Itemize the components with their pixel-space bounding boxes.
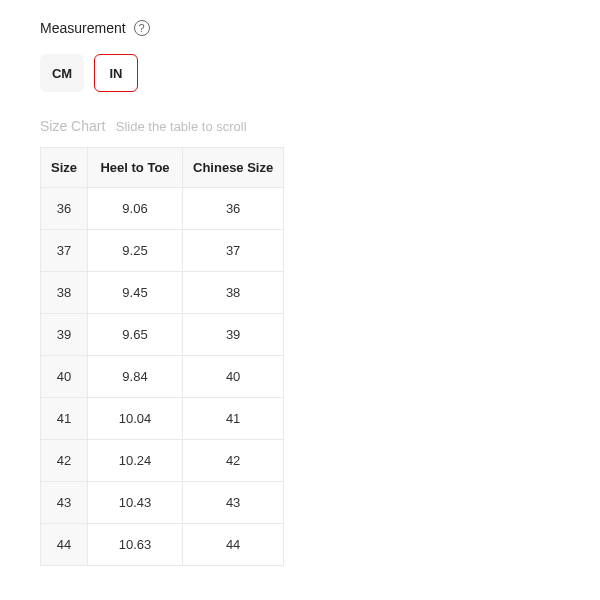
cell-heel-to-toe: 10.24 xyxy=(88,440,183,482)
header-heel-to-toe: Heel to Toe xyxy=(88,148,183,188)
size-chart-table[interactable]: Size Heel to Toe Chinese Size 369.063637… xyxy=(40,147,284,566)
measurement-label: Measurement xyxy=(40,20,126,36)
cell-chinese-size: 42 xyxy=(183,440,284,482)
cell-size: 37 xyxy=(41,230,88,272)
cell-size: 44 xyxy=(41,524,88,566)
cell-heel-to-toe: 9.06 xyxy=(88,188,183,230)
table-row: 399.6539 xyxy=(41,314,284,356)
cell-size: 36 xyxy=(41,188,88,230)
unit-toggle: CM IN xyxy=(40,54,560,92)
cell-heel-to-toe: 9.45 xyxy=(88,272,183,314)
table-row: 389.4538 xyxy=(41,272,284,314)
cell-heel-to-toe: 9.25 xyxy=(88,230,183,272)
cell-chinese-size: 41 xyxy=(183,398,284,440)
cell-heel-to-toe: 9.65 xyxy=(88,314,183,356)
cell-chinese-size: 36 xyxy=(183,188,284,230)
cell-size: 41 xyxy=(41,398,88,440)
chart-title: Size Chart xyxy=(40,118,105,134)
table-header-row: Size Heel to Toe Chinese Size xyxy=(41,148,284,188)
header-size: Size xyxy=(41,148,88,188)
chart-header: Size Chart Slide the table to scroll xyxy=(40,117,560,135)
cell-heel-to-toe: 10.63 xyxy=(88,524,183,566)
cell-chinese-size: 39 xyxy=(183,314,284,356)
cell-size: 43 xyxy=(41,482,88,524)
help-icon[interactable]: ? xyxy=(134,20,150,36)
cell-size: 39 xyxy=(41,314,88,356)
unit-button-in[interactable]: IN xyxy=(94,54,138,92)
unit-button-cm[interactable]: CM xyxy=(40,54,84,92)
cell-heel-to-toe: 10.04 xyxy=(88,398,183,440)
table-row: 369.0636 xyxy=(41,188,284,230)
table-row: 4210.2442 xyxy=(41,440,284,482)
table-row: 4110.0441 xyxy=(41,398,284,440)
cell-chinese-size: 38 xyxy=(183,272,284,314)
header-chinese-size: Chinese Size xyxy=(183,148,284,188)
cell-size: 42 xyxy=(41,440,88,482)
cell-heel-to-toe: 10.43 xyxy=(88,482,183,524)
cell-size: 38 xyxy=(41,272,88,314)
table-row: 4410.6344 xyxy=(41,524,284,566)
table-row: 379.2537 xyxy=(41,230,284,272)
cell-chinese-size: 44 xyxy=(183,524,284,566)
cell-chinese-size: 40 xyxy=(183,356,284,398)
cell-chinese-size: 37 xyxy=(183,230,284,272)
cell-chinese-size: 43 xyxy=(183,482,284,524)
chart-hint: Slide the table to scroll xyxy=(116,119,247,134)
measurement-header: Measurement ? xyxy=(40,20,560,36)
cell-heel-to-toe: 9.84 xyxy=(88,356,183,398)
table-row: 4310.4343 xyxy=(41,482,284,524)
cell-size: 40 xyxy=(41,356,88,398)
table-row: 409.8440 xyxy=(41,356,284,398)
